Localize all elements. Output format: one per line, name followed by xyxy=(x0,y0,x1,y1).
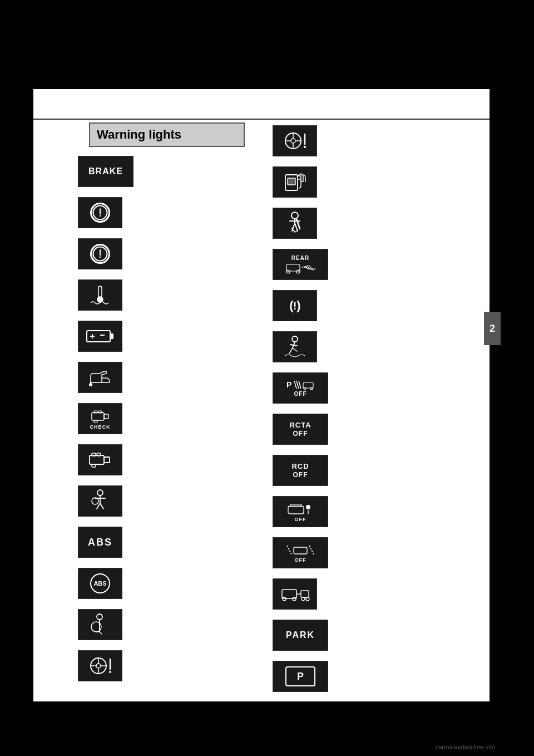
top-rule xyxy=(33,119,490,120)
svg-rect-18 xyxy=(94,420,97,423)
steering-warning-right-icon xyxy=(273,125,317,156)
warning-icon-2 xyxy=(78,238,122,269)
svg-rect-19 xyxy=(90,455,104,464)
svg-rect-66 xyxy=(301,591,309,597)
exclamation-paren-icon: ( ! ) xyxy=(273,290,317,321)
rear-collision-warning-icon: REAR xyxy=(273,249,328,280)
svg-line-60 xyxy=(287,546,291,554)
svg-rect-15 xyxy=(104,414,108,419)
abs-text-icon: ABS xyxy=(78,527,122,558)
svg-point-37 xyxy=(291,139,295,143)
coolant-temp-icon xyxy=(78,279,122,311)
oil-pressure-icon xyxy=(78,362,122,393)
svg-rect-59 xyxy=(294,547,307,554)
power-steering-icon xyxy=(78,650,122,681)
trailer-icon xyxy=(273,578,317,610)
section-tab: 2 xyxy=(484,312,501,345)
svg-point-29 xyxy=(96,664,101,668)
svg-point-26 xyxy=(97,614,102,620)
svg-point-64 xyxy=(293,597,296,601)
svg-point-43 xyxy=(304,146,306,148)
svg-rect-20 xyxy=(104,457,110,463)
battery-icon xyxy=(78,321,122,352)
bsm-off-icon: OFF xyxy=(273,496,328,527)
svg-rect-9 xyxy=(110,333,113,339)
rcd-off-icon: RCD OFF xyxy=(273,455,328,486)
svg-rect-55 xyxy=(288,506,304,514)
abs-circle-icon: ABS xyxy=(78,568,122,599)
icons-left: BRAKE xyxy=(78,156,134,681)
svg-point-5 xyxy=(100,257,101,258)
parking-brake-p-icon: P xyxy=(273,661,328,692)
svg-point-13 xyxy=(89,383,92,386)
svg-point-67 xyxy=(301,597,305,601)
svg-point-68 xyxy=(306,597,309,601)
svg-line-61 xyxy=(309,546,314,554)
lda-off-icon: OFF xyxy=(273,537,328,568)
svg-rect-6 xyxy=(98,286,102,297)
svg-point-48 xyxy=(286,270,290,273)
title-box: Warning lights xyxy=(89,122,245,147)
page-container: 2 Warning lights BRAKE xyxy=(0,0,534,756)
svg-point-50 xyxy=(292,336,298,342)
srs-airbag-person-icon xyxy=(78,485,122,517)
icons-right: REAR ( ! ) xyxy=(273,125,328,692)
svg-text:P: P xyxy=(286,380,291,389)
svg-point-2 xyxy=(100,215,101,217)
watermark: carmanualsonline.info xyxy=(436,744,495,750)
brake-icon: BRAKE xyxy=(78,156,134,187)
park-text-icon: PARK xyxy=(273,620,328,651)
airbag-icon xyxy=(78,609,122,640)
fuel-level-icon xyxy=(273,166,317,198)
title-label: Warning lights xyxy=(97,127,181,142)
svg-point-63 xyxy=(283,597,286,601)
svg-point-49 xyxy=(296,270,300,273)
svg-point-24 xyxy=(97,490,103,495)
check-engine-text-icon: CHECK xyxy=(78,403,122,434)
pre-collision-off-icon: P OFF xyxy=(273,372,328,404)
traction-control-icon xyxy=(273,331,317,362)
svg-rect-14 xyxy=(92,413,104,420)
svg-rect-17 xyxy=(98,411,102,413)
low-fuel-warning-icon xyxy=(78,197,122,228)
svg-point-57 xyxy=(306,505,310,509)
svg-rect-45 xyxy=(288,178,295,185)
rcta-off-icon: RCTA OFF xyxy=(273,414,328,445)
seatbelt-icon xyxy=(273,208,317,239)
svg-rect-16 xyxy=(94,411,97,413)
svg-point-35 xyxy=(109,671,111,673)
svg-point-46 xyxy=(291,212,298,219)
engine-malfunction-icon xyxy=(78,444,122,475)
